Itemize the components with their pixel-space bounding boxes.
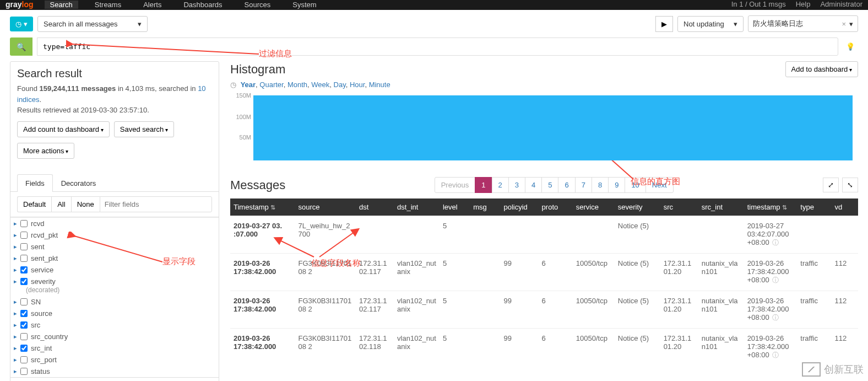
nav-alerts[interactable]: Alerts [138, 1, 167, 9]
interval-quarter[interactable]: Quarter [259, 81, 283, 89]
collapse-button[interactable]: ⤡ [842, 178, 858, 192]
nav-search[interactable]: Search [45, 1, 78, 9]
col-level[interactable]: level [440, 198, 470, 216]
tab-fields[interactable]: Fields [17, 174, 53, 192]
field-checkbox[interactable] [20, 278, 28, 285]
interval-minute[interactable]: Minute [369, 81, 390, 89]
tab-decorators[interactable]: Decorators [53, 174, 105, 192]
cell-Timestamp: 2019-03-26 17:38:42.000 [230, 254, 295, 291]
clear-icon[interactable]: × [842, 20, 846, 28]
field-row[interactable]: ▸ src_port [10, 354, 219, 366]
add-to-dashboard-button[interactable]: Add to dashboard [785, 61, 858, 77]
stream-select[interactable]: 防火墙策略日志 × ▾ [748, 15, 858, 32]
fields-list[interactable]: ▸ rcvd▸ rcvd_pkt▸ sent▸ sent_pkt▸ servic… [10, 217, 219, 377]
page-4[interactable]: 4 [525, 177, 542, 193]
timerange-select[interactable]: Search in all messages ▾ [37, 16, 148, 32]
col-Timestamp[interactable]: Timestamp ⇅ [230, 198, 295, 216]
interval-week[interactable]: Week [311, 81, 329, 89]
table-row[interactable]: 2019-03-27 03. :07.0007L_weihu_hw_27005N… [230, 216, 858, 254]
field-checkbox[interactable] [20, 298, 28, 305]
search-button[interactable]: 🔍 [10, 37, 32, 56]
interval-month[interactable]: Month [287, 81, 307, 89]
page-5[interactable]: 5 [541, 177, 558, 193]
interval-year[interactable]: Year [241, 81, 256, 89]
field-checkbox[interactable] [20, 321, 28, 329]
field-row[interactable]: ▸ service [10, 264, 219, 276]
field-row[interactable]: ▸ status [10, 366, 219, 377]
page-2[interactable]: 2 [492, 177, 509, 193]
caret-right-icon: ▸ [14, 356, 17, 363]
add-count-button[interactable]: Add count to dashboard [17, 121, 110, 137]
page-9[interactable]: 9 [608, 177, 625, 193]
field-checkbox[interactable] [20, 266, 28, 273]
user-menu[interactable]: Administrator [820, 0, 862, 8]
nav-dashboards[interactable]: Dashboards [178, 1, 227, 9]
col-proto[interactable]: proto [539, 198, 573, 216]
page-next[interactable]: Next [645, 177, 674, 193]
histogram-chart[interactable]: 150M 100M 50M [230, 94, 858, 160]
filter-default[interactable]: Default [17, 196, 51, 212]
interval-day[interactable]: Day [334, 81, 346, 89]
nav-streams[interactable]: Streams [89, 1, 127, 9]
field-row[interactable]: ▸ severity [10, 276, 219, 287]
field-row[interactable]: ▸ sent_pkt [10, 253, 219, 264]
saved-search-button[interactable]: Saved search [114, 121, 174, 137]
filter-all[interactable]: All [51, 196, 70, 212]
help-link[interactable]: Help [796, 0, 811, 8]
more-actions-button[interactable]: More actions [17, 143, 74, 159]
page-7[interactable]: 7 [575, 177, 592, 193]
field-checkbox[interactable] [20, 310, 28, 317]
filter-none[interactable]: None [71, 196, 100, 212]
table-row[interactable]: 2019-03-26 17:38:42.000FG3K0B3I1170108 2… [230, 254, 858, 291]
histogram-bar[interactable] [253, 95, 853, 160]
col-source[interactable]: source [295, 198, 356, 216]
field-checkbox[interactable] [20, 333, 28, 340]
filter-fields-input[interactable] [100, 196, 212, 212]
col-vd[interactable]: vd [832, 198, 858, 216]
page-10[interactable]: 10 [625, 177, 645, 193]
field-row[interactable]: ▸ SN [10, 296, 219, 308]
field-checkbox[interactable] [20, 345, 28, 352]
field-name: src_int [31, 344, 52, 352]
table-row[interactable]: 2019-03-26 17:38:42.000FG3K0B3I1170108 2… [230, 329, 858, 366]
col-dst[interactable]: dst [356, 198, 394, 216]
field-row[interactable]: ▸ source [10, 308, 219, 319]
field-row[interactable]: ▸ src_country [10, 331, 219, 342]
field-checkbox[interactable] [20, 368, 28, 375]
page-3[interactable]: 3 [508, 177, 525, 193]
expand-button[interactable]: ⤢ [823, 178, 839, 192]
page-prev[interactable]: Previous [435, 177, 476, 193]
field-row[interactable]: ▸ src [10, 319, 219, 331]
page-8[interactable]: 8 [592, 177, 609, 193]
hint-icon[interactable]: 💡 [843, 42, 858, 51]
timerange-button[interactable]: ◷▾ [10, 17, 33, 31]
field-row[interactable]: ▸ rcvd [10, 218, 219, 229]
play-button[interactable]: ▶ [655, 16, 673, 32]
field-checkbox[interactable] [20, 243, 28, 250]
query-input[interactable] [37, 37, 838, 56]
field-checkbox[interactable] [20, 356, 28, 363]
field-row[interactable]: ▸ rcvd_pkt [10, 229, 219, 241]
table-row[interactable]: 2019-03-26 17:38:42.000FG3K0B3I1170108 2… [230, 291, 858, 329]
field-checkbox[interactable] [20, 255, 28, 262]
field-row[interactable]: ▸ sent [10, 241, 219, 253]
field-checkbox[interactable] [20, 232, 28, 239]
col-type[interactable]: type [797, 198, 831, 216]
col-policyid[interactable]: policyid [501, 198, 539, 216]
col-src[interactable]: src [660, 198, 698, 216]
col-dst_int[interactable]: dst_int [394, 198, 440, 216]
page-1[interactable]: 1 [475, 177, 492, 193]
updating-select[interactable]: Not updating ▾ [677, 16, 744, 32]
col-src_int[interactable]: src_int [698, 198, 744, 216]
col-timestamp[interactable]: timestamp ⇅ [744, 198, 798, 216]
field-row[interactable]: ▸ src_int [10, 342, 219, 354]
interval-hour[interactable]: Hour [350, 81, 365, 89]
col-service[interactable]: service [573, 198, 615, 216]
nav-system[interactable]: System [287, 1, 322, 9]
nav-sources[interactable]: Sources [239, 1, 276, 9]
stream-label: 防火墙策略日志 [753, 19, 803, 29]
field-checkbox[interactable] [20, 220, 28, 227]
col-severity[interactable]: severity [615, 198, 660, 216]
col-msg[interactable]: msg [470, 198, 500, 216]
page-6[interactable]: 6 [558, 177, 575, 193]
